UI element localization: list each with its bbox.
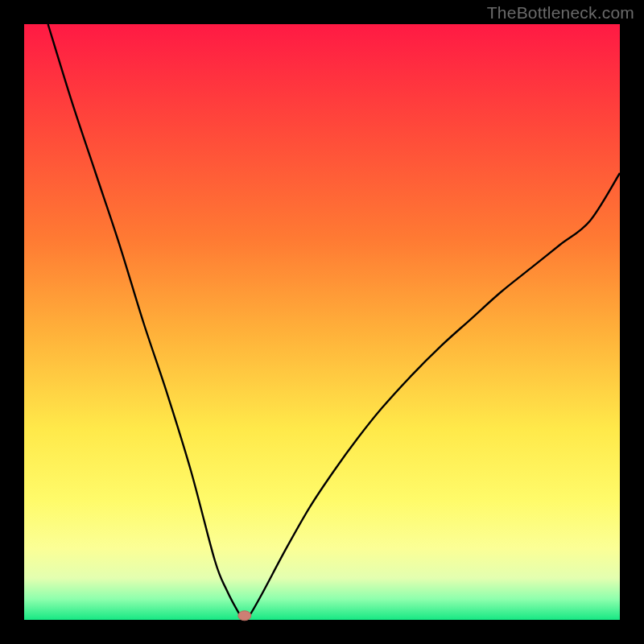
optimum-marker	[238, 611, 251, 621]
watermark-text: TheBottleneck.com	[487, 3, 634, 23]
chart-svg	[0, 0, 644, 644]
chart-container: TheBottleneck.com	[0, 0, 644, 644]
plot-area	[24, 24, 620, 620]
